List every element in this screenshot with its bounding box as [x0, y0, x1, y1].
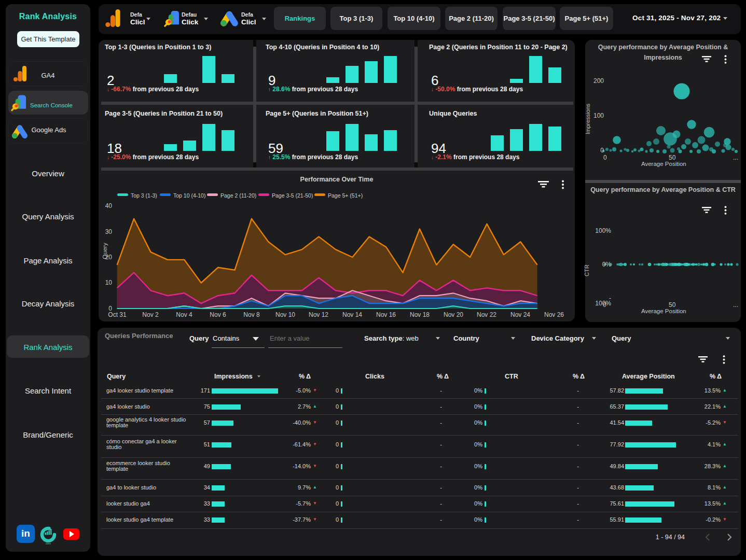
svg-text:clara: clara: [46, 542, 51, 545]
